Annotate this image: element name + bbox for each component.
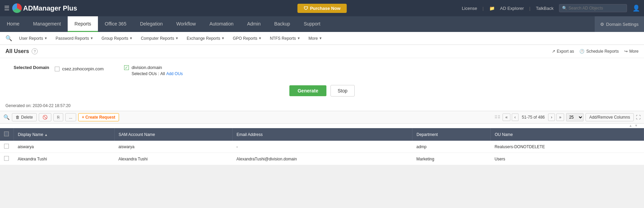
th-sam-account[interactable]: SAM Account Name [114, 128, 232, 141]
row1-sam-account: aiswarya [114, 141, 232, 153]
nav-item-backup[interactable]: Backup [267, 16, 297, 32]
delete-button[interactable]: 🗑 Delete [12, 113, 37, 121]
chevron-down-icon: ▼ [297, 36, 300, 40]
domain2-checkbox[interactable]: ✓ [124, 65, 129, 70]
search-icon: 🔍 [562, 6, 567, 11]
row2-checkbox-cell [0, 153, 14, 165]
nav-item-reports[interactable]: Reports [68, 16, 98, 32]
table-row: Alexandra Tushi Alexandra Tushi Alexandr… [0, 153, 644, 165]
copy-icon: ⎘ [57, 115, 60, 120]
generated-on-label: Generated on: [5, 103, 32, 108]
nav-item-support[interactable]: Support [297, 16, 327, 32]
table-row: aiswarya aiswarya - admp Realusers-DONOT… [0, 141, 644, 153]
page-actions: ↗ Export as 🕐 Schedule Reports ↪ More [552, 49, 639, 54]
more-label: More [629, 49, 639, 54]
sub-nav-group-reports[interactable]: Group Reports ▼ [98, 32, 137, 45]
nav-item-management[interactable]: Management [26, 16, 68, 32]
nav-item-workflow[interactable]: Workflow [170, 16, 203, 32]
nav-item-automation[interactable]: Automation [203, 16, 240, 32]
ad-explorer-link[interactable]: AD Explorer [500, 6, 524, 11]
app-title: ADManager Plus [23, 4, 77, 12]
next-page-button[interactable]: › [548, 114, 555, 121]
search-ad-container: 🔍 [559, 4, 627, 12]
nav-item-home[interactable]: Home [0, 16, 26, 32]
th-email-label: Email Address [237, 132, 263, 137]
cancel-button[interactable]: 🚫 [39, 113, 51, 121]
sub-nav-exchange-reports[interactable]: Exchange Reports ▼ [183, 32, 229, 45]
sub-nav-gpo-reports[interactable]: GPO Reports ▼ [229, 32, 266, 45]
sub-nav-computer-reports[interactable]: Computer Reports ▼ [137, 32, 183, 45]
export-as-button[interactable]: ↗ Export as [552, 49, 574, 54]
top-bar-left: ☰ ADManager Plus [4, 3, 77, 13]
talkback-link[interactable]: TalkBack [536, 6, 554, 11]
th-ou-name[interactable]: OU Name [490, 128, 644, 141]
schedule-reports-label: Schedule Reports [586, 49, 618, 54]
domain2-row: ✓ division.domain [124, 65, 183, 70]
table-toolbar: 🔍 🗑 Delete 🚫 ⎘ ... + Create Request ⠿⠿ «… [0, 111, 644, 124]
sub-nav: 🔍 User Reports ▼ Password Reports ▼ Grou… [0, 32, 644, 45]
help-icon[interactable]: ? [32, 48, 38, 54]
page-title-area: All Users ? [5, 48, 38, 54]
last-page-button[interactable]: » [556, 114, 564, 121]
nav-item-admin[interactable]: Admin [240, 16, 268, 32]
page-header: All Users ? ↗ Export as 🕐 Schedule Repor… [0, 45, 644, 58]
add-ous-link[interactable]: Add OUs [166, 71, 183, 76]
generate-area: Generate Stop [0, 80, 644, 102]
nav-item-office365[interactable]: Office 365 [98, 16, 133, 32]
chevron-down-icon: ▼ [44, 36, 48, 40]
add-remove-columns-button[interactable]: Add/Remove Columns [586, 113, 634, 121]
create-request-button[interactable]: + Create Request [78, 113, 119, 121]
toolbar-search-icon[interactable]: 🔍 [3, 114, 10, 120]
schedule-icon: 🕐 [579, 49, 584, 54]
header-checkbox[interactable] [4, 132, 9, 136]
nav-item-delegation[interactable]: Delegation [133, 16, 170, 32]
domain1-entry: csez.zohocorpin.com [55, 66, 104, 71]
computer-reports-label: Computer Reports [141, 36, 174, 41]
password-reports-label: Password Reports [56, 36, 89, 41]
copy-button[interactable]: ⎘ [53, 113, 63, 121]
chevron-down-icon: ▼ [319, 36, 322, 40]
schedule-reports-button[interactable]: 🕐 Schedule Reports [579, 49, 618, 54]
selected-domain-label: Selected Domain [14, 65, 49, 70]
sub-nav-more[interactable]: More ▼ [304, 32, 326, 45]
th-department[interactable]: Department [412, 128, 490, 141]
stop-button[interactable]: Stop [331, 85, 355, 97]
user-icon[interactable]: 👤 [632, 4, 640, 12]
sub-nav-ntfs-reports[interactable]: NTFS Reports ▼ [266, 32, 305, 45]
fullscreen-button[interactable]: ⛶ [636, 115, 641, 120]
domain1-checkbox[interactable] [55, 67, 60, 71]
first-page-button[interactable]: « [503, 114, 510, 121]
sub-nav-user-reports[interactable]: User Reports ▼ [15, 32, 52, 45]
more-button[interactable]: ↪ More [624, 49, 639, 54]
cancel-icon: 🚫 [43, 115, 48, 120]
th-display-name[interactable]: Display Name ▲ [14, 128, 114, 141]
selected-ous-value: All [160, 71, 165, 76]
page-title: All Users [5, 48, 29, 54]
group-reports-label: Group Reports [102, 36, 129, 41]
more-actions-button[interactable]: ... [65, 113, 76, 121]
chevron-down-icon: ▼ [221, 36, 225, 40]
data-table: Display Name ▲ SAM Account Name Email Ad… [0, 128, 644, 165]
th-display-name-label: Display Name [18, 132, 44, 137]
row2-checkbox[interactable] [4, 156, 9, 161]
generated-on-timestamp: 2020-04-22 18:57:20 [33, 103, 70, 108]
search-ad-input[interactable] [569, 6, 623, 11]
domain1-name: csez.zohocorpin.com [62, 66, 104, 71]
selected-ous-label: Selected OUs : [132, 71, 159, 76]
generate-button[interactable]: Generate [289, 85, 326, 96]
th-checkbox [0, 128, 14, 141]
row1-checkbox[interactable] [4, 144, 9, 149]
purchase-button[interactable]: 🛡 Purchase Now [298, 4, 347, 13]
th-email[interactable]: Email Address [232, 128, 412, 141]
domain2-name: division.domain [132, 65, 162, 70]
prev-page-button[interactable]: ‹ [512, 114, 519, 121]
exchange-reports-label: Exchange Reports [187, 36, 220, 41]
row2-department: Marketing [412, 153, 490, 165]
domain-settings-button[interactable]: ⚙ Domain Settings [595, 16, 644, 32]
sub-nav-password-reports[interactable]: Password Reports ▼ [52, 32, 98, 45]
sub-nav-search-icon[interactable]: 🔍 [3, 35, 15, 41]
page-size-select[interactable]: 25 50 100 [566, 113, 583, 121]
hamburger-icon[interactable]: ☰ [4, 4, 10, 12]
row2-sam-account: Alexandra Tushi [114, 153, 232, 165]
license-link[interactable]: License [462, 6, 477, 11]
